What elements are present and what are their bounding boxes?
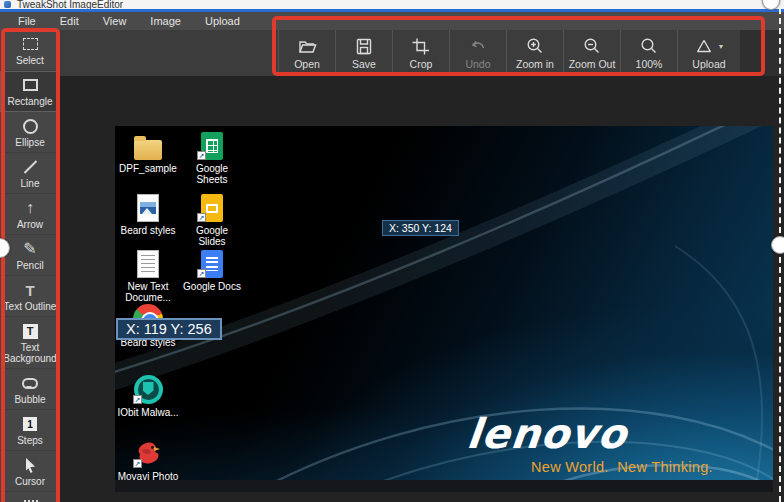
title-bar: TweakShot ImageEditor [0, 0, 784, 9]
tool-ellipse[interactable]: Ellipse [0, 112, 60, 153]
menu-upload[interactable]: Upload [205, 15, 240, 27]
shortcut-arrow-icon: ↗ [197, 213, 206, 222]
desktop-icon-beard-styles[interactable]: Beard styles [117, 192, 179, 236]
open-folder-icon [297, 37, 317, 57]
edited-screenshot-image: DPF_sample ↗ Google Sheets Beard styles … [115, 126, 773, 492]
menu-view[interactable]: View [103, 15, 127, 27]
lenovo-tagline: New World. New Thinking. [531, 459, 713, 475]
line-icon [22, 158, 39, 176]
tool-pencil[interactable]: ✎ Pencil [0, 235, 60, 276]
undo-icon [468, 37, 488, 57]
tool-bubble[interactable]: Bubble [0, 369, 60, 410]
desktop-icon-google-sheets[interactable]: ↗ Google Sheets [181, 130, 243, 185]
ellipse-icon [23, 117, 38, 135]
desktop-icon-iobit[interactable]: ↗ IObit Malwa... [117, 374, 179, 418]
lenovo-logo: lenovo [464, 410, 629, 458]
zoom-out-icon [582, 37, 602, 57]
bubble-icon [22, 374, 38, 392]
text-document-icon [137, 250, 159, 278]
tool-steps[interactable]: 1 Steps [0, 410, 60, 451]
menu-bar: File Edit View Image Upload [0, 12, 784, 30]
desktop-icon-google-docs[interactable]: ↗ Google Docs [181, 248, 243, 292]
tool-select[interactable]: Select [0, 30, 60, 71]
coordinate-tooltip: X: 350 Y: 124 [382, 220, 459, 236]
desktop-icon-google-slides[interactable]: ↗ Google Slides [181, 192, 243, 247]
crop-icon [411, 37, 431, 57]
shortcut-arrow-icon: ↗ [133, 395, 142, 404]
toolbar-spacer [740, 30, 784, 76]
window-title: TweakShot ImageEditor [17, 0, 123, 9]
chevron-down-icon[interactable]: ▼ [718, 43, 725, 50]
zoom-100-button[interactable]: 100% [620, 30, 677, 76]
selection-dashed-line [779, 8, 781, 502]
zoom-out-button[interactable]: Zoom Out [563, 30, 620, 76]
undo-button[interactable]: Undo [449, 30, 506, 76]
tool-blur[interactable]: Blur [0, 492, 60, 502]
app-icon [4, 1, 11, 8]
selection-handle[interactable] [771, 236, 784, 254]
coordinate-tooltip: X: 119 Y: 256 [116, 318, 222, 340]
menu-file[interactable]: File [18, 15, 36, 27]
tool-sidebar: Select Rectangle Ellipse Line ↑ Arrow ✎ … [0, 30, 60, 502]
tool-arrow[interactable]: ↑ Arrow [0, 194, 60, 235]
app-window: TweakShot ImageEditor File Edit View Ima… [0, 0, 784, 502]
tool-text-background[interactable]: T Text Background [0, 317, 60, 369]
open-button[interactable]: Open [278, 30, 335, 76]
image-file-icon [137, 194, 159, 222]
pencil-icon: ✎ [23, 240, 36, 258]
text-background-icon: T [23, 322, 38, 340]
save-button[interactable]: Save [335, 30, 392, 76]
shortcut-arrow-icon: ↗ [197, 151, 206, 160]
desktop-icon-dpf-sample[interactable]: DPF_sample [117, 130, 179, 174]
zoom-in-button[interactable]: Zoom in [506, 30, 563, 76]
shortcut-arrow-icon: ↗ [133, 459, 142, 468]
tool-cursor[interactable]: Cursor [0, 451, 60, 492]
tool-text-outline[interactable]: T Text Outline [0, 276, 60, 317]
arrow-icon: ↑ [26, 199, 34, 217]
folder-icon [134, 140, 162, 160]
tool-rectangle[interactable]: Rectangle [0, 71, 60, 112]
blur-icon [23, 497, 38, 502]
menu-edit[interactable]: Edit [60, 15, 79, 27]
drive-upload-icon [694, 37, 714, 57]
zoom-reset-icon [639, 37, 659, 57]
rectangle-icon [23, 76, 38, 94]
menu-image[interactable]: Image [150, 15, 181, 27]
upload-button[interactable]: ▼ Upload [677, 30, 741, 76]
cursor-icon [22, 456, 38, 474]
crop-button[interactable]: Crop [392, 30, 449, 76]
zoom-in-icon [525, 37, 545, 57]
desktop-icon-new-text-document[interactable]: New Text Docume... [117, 248, 179, 303]
select-icon [23, 35, 38, 53]
shortcut-arrow-icon: ↗ [197, 269, 206, 278]
wallpaper-taskbar-strip [115, 480, 773, 492]
steps-icon: 1 [23, 415, 37, 433]
text-outline-icon: T [25, 281, 34, 299]
save-icon [354, 37, 374, 57]
tool-line[interactable]: Line [0, 153, 60, 194]
toolbar: Open Save Crop Undo [60, 30, 740, 76]
